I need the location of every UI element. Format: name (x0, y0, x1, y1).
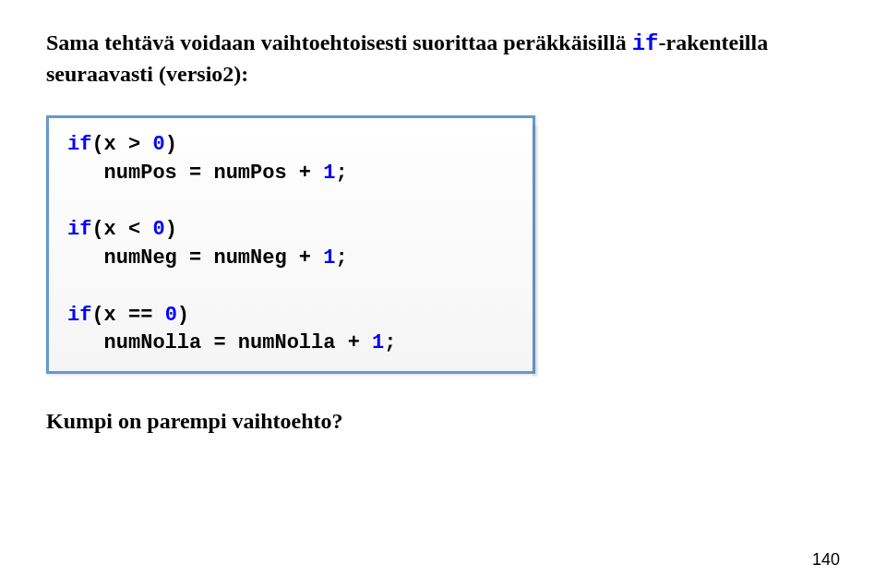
code-box: if(x > 0) numPos = numPos + 1; if(x < 0)… (46, 115, 535, 374)
question-text: Kumpi on parempi vaihtoehto? (46, 409, 840, 434)
code-text: ; (384, 331, 396, 354)
code-num: 1 (323, 162, 335, 185)
code-text: ) (177, 304, 189, 327)
page-number: 140 (812, 550, 840, 570)
code-num: 1 (323, 246, 335, 270)
code-text: (x > (91, 133, 152, 156)
code-kw: if (67, 304, 91, 327)
code-num: 0 (152, 133, 164, 156)
code-num: 1 (372, 331, 384, 354)
intro-keyword: if (632, 31, 659, 56)
code-block: if(x > 0) numPos = numPos + 1; if(x < 0)… (67, 131, 514, 358)
code-num: 0 (152, 218, 164, 241)
code-text: numNolla = numNolla + (67, 331, 372, 354)
code-text: ; (335, 162, 347, 185)
code-text: (x == (91, 304, 164, 327)
code-text: ; (335, 246, 347, 270)
code-text: numNeg = numNeg + (67, 246, 323, 270)
code-text: numPos = numPos + (67, 162, 323, 185)
intro-text: Sama tehtävä voidaan vaihtoehtoisesti su… (46, 28, 840, 90)
code-text: ) (165, 218, 177, 241)
code-kw: if (67, 133, 91, 156)
code-kw: if (67, 218, 91, 241)
intro-part1: Sama tehtävä voidaan vaihtoehtoisesti su… (46, 30, 632, 54)
code-text: (x < (91, 218, 152, 241)
code-num: 0 (165, 304, 177, 327)
code-text: ) (165, 133, 177, 156)
